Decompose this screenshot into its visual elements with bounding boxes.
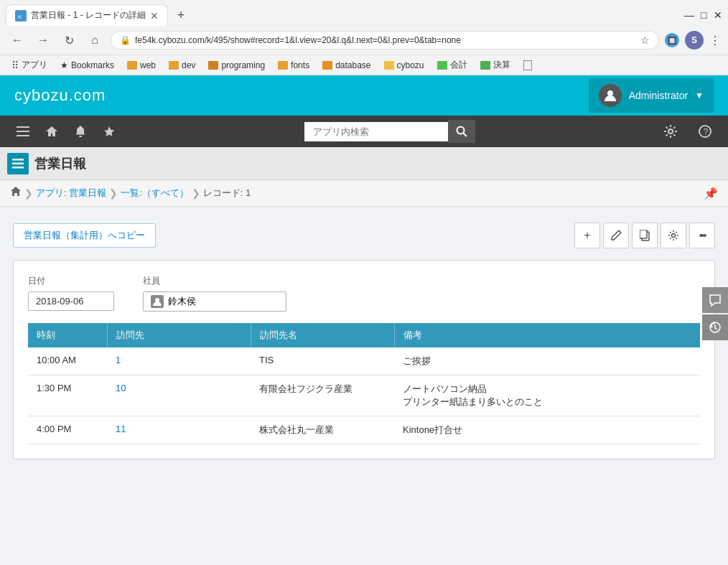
copy-to-aggregate-button[interactable]: 営業日報（集計用）へコピー: [13, 223, 156, 248]
cell-visit-name: TIS: [251, 347, 394, 375]
bookmark-dev[interactable]: dev: [164, 59, 200, 72]
home-button[interactable]: ⌂: [85, 30, 105, 50]
bookmark-kaikei[interactable]: 会計: [433, 57, 472, 73]
bookmark-fonts[interactable]: fonts: [274, 59, 314, 72]
folder-icon: [208, 61, 218, 70]
svg-point-9: [668, 129, 673, 134]
bookmark-star-icon[interactable]: ☆: [640, 34, 650, 46]
favorites-button[interactable]: [96, 118, 122, 144]
cell-time: 1:30 PM: [28, 375, 107, 416]
notification-button[interactable]: [67, 118, 93, 144]
bookmarks-bar: ⠿ アプリ ★ Bookmarks web dev programing fon…: [0, 55, 728, 75]
browser-chrome: K 営業日報 - 1 - レコードの詳細 ✕ + — □ ✕ ← → ↻ ⌂ 🔒…: [0, 0, 728, 75]
browser-tab[interactable]: K 営業日報 - 1 - レコードの詳細 ✕: [6, 4, 168, 26]
cybozu-logo: cybozu.com: [14, 86, 106, 105]
comment-button[interactable]: [702, 287, 728, 313]
user-name: Administrator: [629, 90, 688, 101]
col-header-time: 時刻: [28, 323, 107, 347]
svg-rect-16: [640, 230, 647, 238]
svg-rect-12: [12, 159, 24, 161]
home-nav-button[interactable]: [39, 118, 65, 144]
settings-nav-button[interactable]: [658, 118, 683, 144]
cell-visit-id: 10: [107, 375, 251, 416]
breadcrumb-separator-2: ❯: [109, 187, 118, 199]
breadcrumb-app-link[interactable]: アプリ: 営業日報: [36, 187, 106, 200]
bookmark-page[interactable]: [519, 59, 536, 72]
employee-name: 鈴木侯: [168, 295, 196, 308]
add-record-button[interactable]: +: [574, 223, 600, 248]
cell-visit-name: 株式会社丸一産業: [251, 416, 394, 444]
close-button[interactable]: ✕: [714, 11, 722, 19]
folder-icon: [437, 61, 447, 70]
more-actions-button[interactable]: •••: [689, 223, 715, 248]
star-icon: ★: [60, 60, 68, 70]
visit-id-link[interactable]: 1: [116, 355, 121, 365]
main-content: 営業日報（集計用）へコピー + ••• 日付 2018-09-06 社員: [0, 207, 728, 565]
bookmark-kaikei-label: 会計: [450, 59, 467, 71]
cell-visit-id: 1: [107, 347, 251, 375]
breadcrumb-separator-1: ❯: [24, 187, 33, 199]
hamburger-menu-button[interactable]: [10, 118, 36, 144]
date-label: 日付: [28, 275, 114, 287]
lock-icon: 🔒: [120, 35, 131, 45]
employee-field: 社員 鈴木侯: [143, 275, 286, 312]
bookmark-cybozu-label: cybozu: [397, 60, 424, 70]
apps-grid-icon: ⠿: [11, 60, 19, 71]
employee-label: 社員: [143, 275, 286, 287]
svg-point-17: [672, 234, 676, 238]
address-input-container[interactable]: 🔒 fe54k.cybozu.com/k/495/show#record=1&l…: [111, 31, 659, 50]
app-header: cybozu.com Administrator ▼: [0, 75, 728, 116]
date-field: 日付 2018-09-06: [28, 275, 114, 312]
app-nav: ?: [0, 116, 728, 147]
search-button[interactable]: [448, 120, 475, 143]
svg-line-8: [464, 134, 467, 137]
copy-record-button[interactable]: [632, 223, 658, 248]
minimize-button[interactable]: —: [685, 11, 694, 19]
cell-notes: ご挨拶: [394, 347, 700, 375]
tab-favicon: K: [15, 10, 27, 22]
extension-icon[interactable]: 🔲: [665, 33, 679, 47]
pin-icon[interactable]: 📌: [704, 187, 718, 200]
cell-visit-name: 有限会社フジクラ産業: [251, 375, 394, 416]
folder-icon: [127, 61, 137, 70]
breadcrumb: ❯ アプリ: 営業日報 ❯ 一覧:（すべて） ❯ レコード: 1 📌: [0, 180, 728, 207]
edit-record-button[interactable]: [603, 223, 629, 248]
folder-icon: [169, 61, 179, 70]
tab-title: 営業日報 - 1 - レコードの詳細: [31, 9, 146, 22]
breadcrumb-view-link[interactable]: 一覧:（すべて）: [121, 187, 189, 200]
bookmark-programing[interactable]: programing: [204, 59, 269, 72]
search-section: [304, 120, 475, 143]
breadcrumb-home-button[interactable]: [10, 186, 22, 200]
user-section[interactable]: Administrator ▼: [589, 78, 714, 113]
svg-rect-6: [79, 136, 82, 137]
back-button[interactable]: ←: [7, 30, 27, 50]
bookmark-bookmarks[interactable]: ★ Bookmarks: [56, 59, 118, 72]
history-button[interactable]: [702, 314, 728, 340]
reload-button[interactable]: ↻: [59, 30, 79, 50]
browser-menu-button[interactable]: ⋮: [709, 34, 721, 47]
search-input[interactable]: [304, 122, 448, 141]
bookmark-kessan-label: 決算: [493, 59, 510, 71]
bookmark-cybozu[interactable]: cybozu: [380, 59, 429, 72]
bookmark-kessan[interactable]: 決算: [476, 57, 515, 73]
bookmark-database[interactable]: database: [318, 59, 375, 72]
maximize-button[interactable]: □: [699, 11, 708, 19]
list-view-icon[interactable]: [7, 153, 29, 174]
col-header-notes: 備考: [394, 323, 700, 347]
page-title: 営業日報: [34, 155, 86, 172]
svg-rect-13: [12, 162, 24, 164]
table-header-row: 時刻 訪問先 訪問先名 備考: [28, 323, 700, 347]
tab-close-button[interactable]: ✕: [150, 10, 159, 22]
browser-user-avatar[interactable]: S: [685, 31, 704, 50]
new-tab-button[interactable]: +: [171, 5, 191, 25]
bookmark-dev-label: dev: [182, 60, 195, 70]
bookmark-apps[interactable]: ⠿ アプリ: [7, 57, 52, 73]
visit-id-link[interactable]: 11: [116, 424, 126, 434]
help-button[interactable]: ?: [692, 118, 718, 144]
bookmark-web[interactable]: web: [123, 59, 160, 72]
user-dropdown-icon[interactable]: ▼: [695, 90, 704, 101]
bookmark-bookmarks-label: Bookmarks: [71, 60, 114, 70]
record-settings-button[interactable]: [661, 223, 686, 248]
forward-button[interactable]: →: [33, 30, 53, 50]
visit-id-link[interactable]: 10: [116, 383, 126, 393]
